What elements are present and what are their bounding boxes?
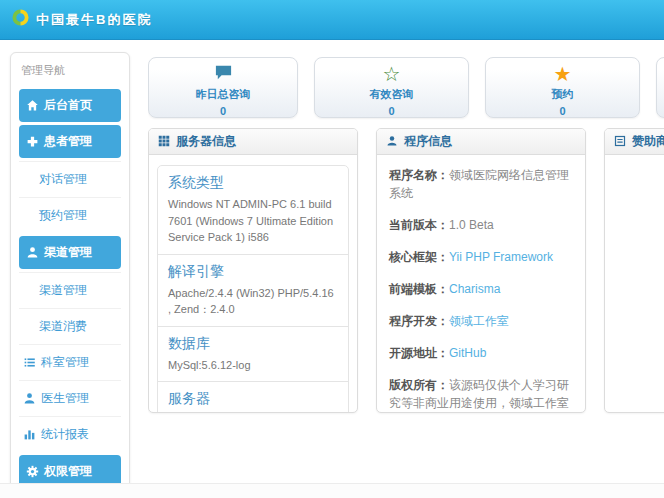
sponsor-links-header: 赞助商链接 [605,129,664,155]
app-title: 中国最牛B的医院 [36,11,152,29]
stat-card-cutoff [656,57,664,118]
sidebar-item-label: 患者管理 [44,133,92,150]
server-item-value: MySql:5.6.12-log [168,357,338,374]
stat-value: 0 [486,105,639,117]
program-row-template: 前端模板：Charisma [379,273,583,305]
star-outline-icon: ☆ [315,63,468,87]
sidebar-item-label: 对话管理 [39,171,87,188]
sidebar-item-patients[interactable]: 患者管理 [19,125,121,158]
stat-value: 0 [149,105,297,117]
user-icon [23,392,36,405]
server-info-list: 系统类型 Windows NT ADMIN-PC 6.1 build 7601 … [157,165,349,413]
comment-icon [149,63,297,87]
program-row-copyright: 版权所有：该源码仅供个人学习研究等非商业用途使用，领域工作室保留该源码的所有权利… [379,369,583,413]
server-item-heading: 服务器 [168,390,338,408]
server-ip-line: 服务器IP：127.0.0.1 [168,412,338,413]
program-row-version: 当前版本：1.0 Beta [379,209,583,241]
sidebar-item-booking-mgmt[interactable]: 预约管理 [19,197,121,233]
topbar: 中国最牛B的医院 [0,0,664,40]
sidebar-item-label: 渠道管理 [39,282,87,299]
home-icon [26,99,39,112]
server-info-header: 服务器信息 [149,129,357,155]
stat-value: 0 [315,105,468,117]
list-icon [23,356,36,369]
stat-card-yesterday-consults: 昨日总咨询 0 [148,57,298,118]
sidebar-nav: 后台首页 患者管理 对话管理 预约管理 渠道管理 渠道管理 渠道消费 科室管理 … [19,89,121,498]
sidebar-item-label: 渠道管理 [44,244,92,261]
framework-link[interactable]: Yii PHP Framework [449,250,553,264]
server-item-heading: 系统类型 [168,174,338,192]
sidebar-item-label: 后台首页 [44,97,92,114]
stat-label: 预约 [486,87,639,102]
bar-chart-icon [23,428,36,441]
program-row-name: 程序名称：领域医院网络信息管理系统 [379,159,583,209]
sidebar: 管理导航 后台首页 患者管理 对话管理 预约管理 渠道管理 渠道管理 渠道消费 … [10,52,130,498]
star-filled-icon: ★ [486,63,639,87]
sidebar-header: 管理导航 [19,61,121,86]
server-item-value: Apache/2.4.4 (Win32) PHP/5.4.16 , Zend：2… [168,285,338,318]
sidebar-item-label: 科室管理 [41,354,89,371]
stat-card-bookings: ★ 预约 0 [485,57,640,118]
server-info-panel: 服务器信息 系统类型 Windows NT ADMIN-PC 6.1 build… [148,128,358,413]
logo-ring-icon [12,9,29,30]
sidebar-item-channel-mgmt[interactable]: 渠道管理 [19,272,121,308]
sidebar-item-dashboard[interactable]: 后台首页 [19,89,121,122]
server-item-engine: 解译引擎 Apache/2.4.4 (Win32) PHP/5.4.16 , Z… [158,254,348,326]
sidebar-item-channel[interactable]: 渠道管理 [19,236,121,269]
developer-link[interactable]: 领域工作室 [449,314,509,328]
github-link[interactable]: GitHub [449,346,486,360]
server-item-server: 服务器 服务器IP：127.0.0.1 程序目录：D:\Web\LyHNIMS [158,381,348,413]
channel-user-icon [26,246,39,259]
panel-title: 服务器信息 [176,133,236,150]
server-item-heading: 数据库 [168,335,338,353]
panels-row: 服务器信息 系统类型 Windows NT ADMIN-PC 6.1 build… [148,128,664,413]
panel-title: 程序信息 [404,133,452,150]
sidebar-item-reports[interactable]: 统计报表 [19,416,121,452]
server-item-heading: 解译引擎 [168,263,338,281]
program-info-header: 程序信息 [377,129,585,155]
server-item-os: 系统类型 Windows NT ADMIN-PC 6.1 build 7601 … [158,166,348,254]
sidebar-item-doctors[interactable]: 医生管理 [19,380,121,416]
server-item-value: Windows NT ADMIN-PC 6.1 build 7601 (Wind… [168,196,338,246]
stat-cards-row: 昨日总咨询 0 ☆ 有效咨询 0 ★ 预约 0 [148,57,664,118]
plus-icon [26,135,39,148]
sidebar-item-departments[interactable]: 科室管理 [19,344,121,380]
program-info-panel: 程序信息 程序名称：领域医院网络信息管理系统 当前版本：1.0 Beta 核心框… [376,128,586,413]
stat-label: 昨日总咨询 [149,87,297,102]
stat-card-valid-consults: ☆ 有效咨询 0 [314,57,469,118]
sponsor-links-panel: 赞助商链接 [604,128,664,413]
panel-title: 赞助商链接 [632,133,664,150]
sidebar-item-channel-spend[interactable]: 渠道消费 [19,308,121,344]
grid-icon [158,135,171,148]
template-link[interactable]: Charisma [449,282,500,296]
program-info-list: 程序名称：领域医院网络信息管理系统 当前版本：1.0 Beta 核心框架：Yii… [377,155,585,413]
footer-divider [0,483,664,498]
sidebar-item-label: 预约管理 [39,207,87,224]
user-icon [386,135,399,148]
sidebar-item-label: 渠道消费 [39,318,87,335]
sidebar-item-label: 权限管理 [44,463,92,480]
server-item-database: 数据库 MySql:5.6.12-log [158,326,348,382]
link-box-icon [614,135,627,148]
gear-icon [26,465,39,478]
main-content: 昨日总咨询 0 ☆ 有效咨询 0 ★ 预约 0 服务器信息 系统类 [148,52,664,483]
stat-label: 有效咨询 [315,87,468,102]
sidebar-item-label: 医生管理 [41,390,89,407]
program-row-source: 开源地址：GitHub [379,337,583,369]
program-row-developer: 程序开发：领域工作室 [379,305,583,337]
sidebar-item-dialog-mgmt[interactable]: 对话管理 [19,161,121,197]
sidebar-item-label: 统计报表 [41,426,89,443]
program-row-framework: 核心框架：Yii PHP Framework [379,241,583,273]
brand[interactable]: 中国最牛B的医院 [12,9,152,30]
